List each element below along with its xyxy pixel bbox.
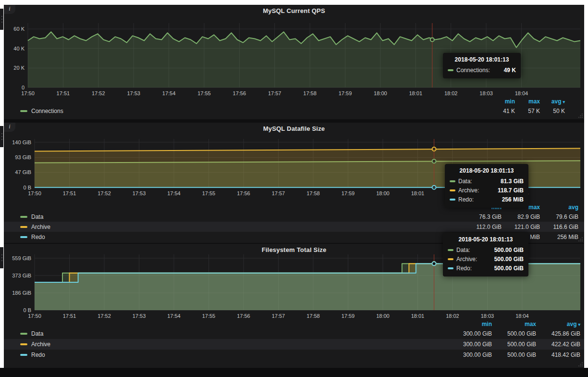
row-drag-handle[interactable] bbox=[0, 126, 3, 147]
legend-header-avg[interactable]: avg▾ bbox=[536, 321, 580, 327]
tooltip-series-name: Archive: bbox=[456, 256, 477, 263]
legend-header-avg[interactable]: avg bbox=[540, 204, 578, 211]
x-axis-tick-label: 17:51 bbox=[63, 190, 76, 196]
legend-series-name[interactable]: Archive bbox=[31, 224, 50, 230]
x-axis-tick-label: 18:04 bbox=[515, 90, 528, 96]
x-axis-tick-label: 17:52 bbox=[92, 90, 105, 96]
series-color-dash-icon[interactable] bbox=[20, 354, 27, 356]
series-color-dash-icon[interactable] bbox=[20, 343, 27, 345]
panel-resize-grip-icon[interactable] bbox=[578, 113, 583, 118]
tooltip-series-name: Redo: bbox=[456, 265, 472, 272]
x-axis-tick-label: 17:52 bbox=[98, 190, 111, 196]
series-color-dash-icon bbox=[450, 180, 455, 182]
legend-header-max[interactable]: max bbox=[515, 98, 540, 105]
x-axis-tick-label: 18:00 bbox=[376, 190, 390, 196]
legend-series-name[interactable]: Redo bbox=[31, 352, 45, 358]
legend-row-connections: Connections41 K57 K50 K bbox=[4, 106, 584, 116]
legend-series-name[interactable]: Data bbox=[31, 330, 43, 337]
y-axis-tick-label: 373 GiB bbox=[12, 273, 31, 278]
tooltip-series-name: Data: bbox=[458, 178, 472, 185]
legend-avg-value: 425.86 GiB bbox=[536, 330, 580, 337]
legend-series-name[interactable]: Archive bbox=[31, 341, 50, 348]
series-color-dash-icon bbox=[450, 189, 455, 191]
panel-resize-grip-icon[interactable] bbox=[578, 362, 583, 367]
y-axis-tick-label: 47 GiB bbox=[15, 169, 31, 175]
series-color-dash-icon bbox=[448, 267, 453, 269]
legend-row-archive: Archive300.00 GiB500.00 GiB422.42 GiB bbox=[4, 339, 584, 350]
graph-tooltip: 2018-05-20 18:01:13Data:500.00 GiBArchiv… bbox=[443, 233, 528, 276]
legend-max-value: 121.0 GiB bbox=[502, 224, 540, 230]
series-color-dash-icon[interactable] bbox=[20, 333, 27, 335]
x-axis-tick-label: 18:01 bbox=[411, 313, 425, 319]
tooltip-series-name: Redo: bbox=[458, 196, 474, 203]
x-axis-tick-label: 17:59 bbox=[342, 313, 355, 319]
legend-row-redo: Redo300.00 GiB500.00 GiB418.42 GiB bbox=[4, 350, 584, 360]
legend-header-max[interactable]: max bbox=[492, 321, 536, 327]
x-axis-tick-label: 17:58 bbox=[306, 313, 320, 319]
tooltip-timestamp: 2018-05-20 18:01:13 bbox=[448, 56, 516, 63]
graph-tooltip: 2018-05-20 18:01:13Connections:49 K bbox=[443, 53, 521, 78]
y-axis-tick-label: 93 GiB bbox=[15, 154, 31, 160]
legend-header-avg[interactable]: avg▾ bbox=[540, 98, 565, 105]
row-drag-handle[interactable] bbox=[0, 9, 3, 30]
y-axis-tick-label: 60 K bbox=[13, 26, 24, 32]
series-color-dash-icon[interactable] bbox=[20, 226, 27, 228]
x-axis-tick-label: 17:55 bbox=[197, 90, 211, 96]
crosshair-marker bbox=[432, 262, 436, 265]
x-axis-tick-label: 17:58 bbox=[306, 190, 320, 196]
tooltip-series-value: 49 K bbox=[497, 67, 516, 74]
x-axis-tick-label: 17:54 bbox=[167, 313, 181, 319]
legend-avg-value: 418.42 GiB bbox=[536, 352, 580, 358]
y-axis-tick-label: 40 K bbox=[13, 46, 24, 51]
legend-series-name[interactable]: Data bbox=[31, 214, 43, 220]
x-axis-tick-label: 17:55 bbox=[202, 313, 216, 319]
x-axis-tick-label: 17:59 bbox=[339, 90, 352, 96]
series-color-dash-icon bbox=[448, 249, 453, 251]
crosshair-marker bbox=[432, 159, 436, 163]
tooltip-series-name: Data: bbox=[456, 247, 470, 253]
legend-avg-value: 50 K bbox=[540, 108, 565, 114]
tooltip-series-row: Archive:118.7 GiB bbox=[450, 186, 524, 195]
legend-max-value: 500.00 GiB bbox=[492, 341, 536, 348]
x-axis-tick-label: 18:02 bbox=[446, 313, 459, 319]
tooltip-timestamp: 2018-05-20 18:01:13 bbox=[450, 167, 524, 174]
series-color-dash-icon[interactable] bbox=[20, 216, 27, 218]
legend: minmaxavg▾Data300.00 GiB500.00 GiB425.86… bbox=[4, 320, 584, 360]
tooltip-series-value: 500.00 GiB bbox=[488, 247, 524, 253]
legend-min-value: 41 K bbox=[490, 108, 515, 114]
x-axis-tick-label: 17:57 bbox=[272, 313, 285, 319]
x-axis-tick-label: 18:00 bbox=[376, 313, 390, 319]
x-axis-tick-label: 17:56 bbox=[237, 190, 250, 196]
tooltip-series-name: Connections: bbox=[456, 67, 490, 74]
legend-header-min[interactable]: min bbox=[490, 98, 515, 105]
sort-caret-icon: ▾ bbox=[563, 100, 565, 104]
legend-min-value: 300.00 GiB bbox=[448, 341, 492, 348]
legend-min-value: 300.00 GiB bbox=[448, 352, 492, 358]
row-drag-handle[interactable] bbox=[0, 247, 3, 268]
x-axis-tick-label: 18:04 bbox=[515, 313, 529, 319]
x-axis-tick-label: 17:58 bbox=[303, 90, 317, 96]
series-color-dash-icon[interactable] bbox=[20, 236, 27, 238]
legend-series-name[interactable]: Redo bbox=[31, 234, 45, 240]
series-color-dash-icon bbox=[448, 258, 453, 260]
x-axis-tick-label: 17:55 bbox=[202, 190, 216, 196]
series-color-dash-icon[interactable] bbox=[20, 110, 27, 112]
tooltip-series-row: Connections:49 K bbox=[448, 65, 516, 75]
x-axis-tick-label: 17:51 bbox=[63, 313, 76, 319]
legend-row-data: Data300.00 GiB500.00 GiB425.86 GiB bbox=[4, 328, 584, 339]
tooltip-series-value: 81.3 GiB bbox=[494, 178, 524, 185]
x-axis-tick-label: 17:53 bbox=[127, 90, 140, 96]
sort-caret-icon: ▾ bbox=[578, 322, 580, 327]
x-axis-tick-label: 17:57 bbox=[268, 90, 282, 96]
tooltip-series-row: Redo:500.00 GiB bbox=[448, 264, 524, 273]
y-axis-tick-label: 20 K bbox=[13, 65, 24, 71]
panel-resize-grip-icon[interactable] bbox=[578, 237, 583, 242]
legend-header-min[interactable]: min bbox=[448, 321, 492, 327]
legend-series-name[interactable]: Connections bbox=[31, 108, 63, 114]
series-color-dash-icon bbox=[448, 69, 453, 71]
x-axis-tick-label: 17:57 bbox=[272, 190, 285, 196]
tooltip-series-row: Redo:256 MiB bbox=[450, 195, 524, 204]
tooltip-series-value: 256 MiB bbox=[495, 196, 524, 203]
tooltip-timestamp: 2018-05-20 18:01:13 bbox=[448, 236, 524, 243]
legend-avg-value: 256 MiB bbox=[540, 234, 578, 240]
